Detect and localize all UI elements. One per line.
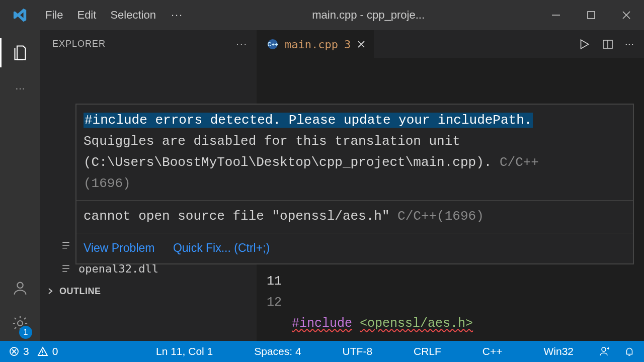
error-icon[interactable]: [9, 346, 19, 356]
window-minimize-button[interactable]: [538, 0, 574, 30]
warning-count[interactable]: 0: [52, 345, 58, 357]
tab-filename: main.cpp: [285, 38, 338, 51]
file-lines-icon: [60, 241, 71, 250]
editor-tab[interactable]: C++ main.cpp 3: [257, 30, 374, 58]
hover-message-line: (C:\Users\BoostMyTool\Desktop\cpp_projec…: [84, 152, 626, 173]
error-count[interactable]: 3: [23, 345, 29, 357]
problem-hover-tooltip: #include errors detected. Please update …: [75, 104, 634, 264]
menu-selection[interactable]: Selection: [110, 9, 156, 22]
view-problem-link[interactable]: View Problem: [84, 241, 154, 254]
menu-overflow[interactable]: ···: [156, 9, 198, 22]
editor-more-icon[interactable]: ···: [625, 38, 634, 51]
tab-close-button[interactable]: [357, 40, 366, 49]
svg-point-5: [18, 321, 23, 326]
menu-edit[interactable]: Edit: [77, 9, 96, 22]
feedback-icon[interactable]: [599, 345, 611, 357]
svg-point-22: [42, 354, 43, 355]
status-encoding[interactable]: UTF-8: [343, 345, 373, 357]
outline-label: OUTLINE: [59, 286, 101, 297]
explorer-more-button[interactable]: ···: [236, 38, 248, 50]
tab-problem-count: 3: [344, 38, 351, 51]
explorer-title: EXPLORER: [52, 39, 106, 49]
hover-error-code: (1696): [84, 173, 626, 194]
outline-section[interactable]: OUTLINE: [40, 280, 257, 302]
menu-file[interactable]: File: [45, 9, 63, 22]
status-language[interactable]: C++: [482, 345, 503, 357]
activity-settings-icon[interactable]: 1: [0, 306, 40, 341]
vscode-logo-icon: [0, 8, 40, 23]
quick-fix-link[interactable]: Quick Fix... (Ctrl+;): [173, 241, 270, 254]
file-lines-icon: [60, 264, 71, 273]
status-cursor-position[interactable]: Ln 11, Col 1: [156, 345, 213, 357]
activity-more-icon[interactable]: ···: [0, 70, 40, 106]
status-bar: 3 0 Ln 11, Col 1 Spaces: 4 UTF-8 CRLF C+…: [0, 341, 644, 362]
window-close-button[interactable]: [609, 0, 644, 30]
svg-text:C++: C++: [268, 41, 278, 47]
svg-point-23: [602, 347, 606, 351]
svg-rect-1: [588, 12, 595, 19]
window-title: main.cpp - cpp_proje...: [198, 9, 538, 22]
title-bar: File Edit Selection ··· main.cpp - cpp_p…: [0, 0, 644, 30]
status-eol[interactable]: CRLF: [414, 345, 441, 357]
hover-message-line: cannot open source file "openssl/aes.h" …: [84, 206, 626, 227]
hover-message-highlight: #include errors detected. Please update …: [84, 113, 533, 128]
tab-bar: C++ main.cpp 3 ···: [257, 30, 644, 58]
run-icon[interactable]: [578, 38, 591, 51]
chevron-right-icon: [45, 287, 55, 295]
settings-update-badge: 1: [19, 326, 32, 339]
activity-bar: ··· 1: [0, 30, 40, 341]
svg-point-4: [17, 283, 23, 288]
split-editor-icon[interactable]: [602, 38, 614, 50]
warning-icon[interactable]: [37, 346, 48, 356]
status-indentation[interactable]: Spaces: 4: [254, 345, 301, 357]
hover-message-line: Squiggles are disabled for this translat…: [84, 131, 626, 152]
activity-explorer-icon[interactable]: [0, 35, 40, 70]
notifications-icon[interactable]: [624, 346, 635, 357]
activity-account-icon[interactable]: [0, 270, 40, 306]
cpp-file-icon: C++: [267, 38, 279, 50]
status-target[interactable]: Win32: [543, 345, 574, 357]
window-maximize-button[interactable]: [574, 0, 609, 30]
